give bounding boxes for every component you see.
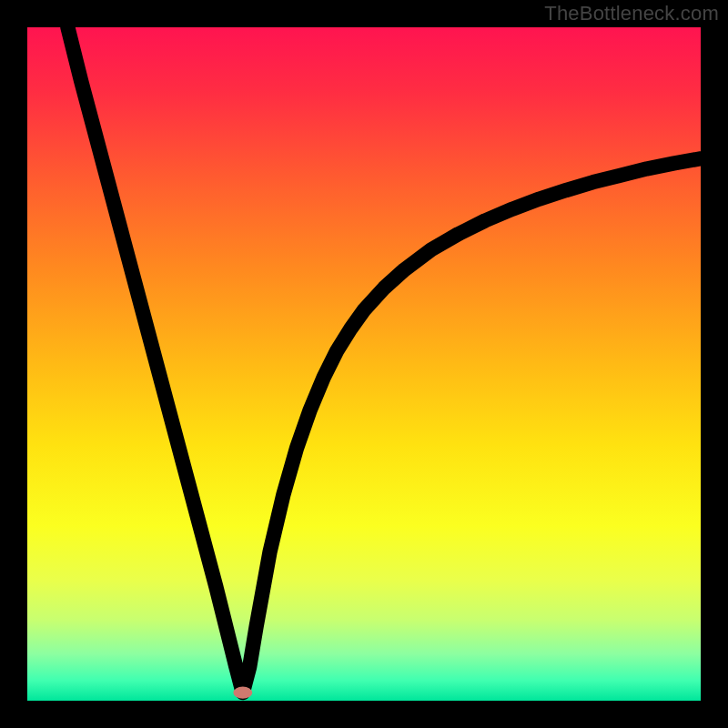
chart-frame: TheBottleneck.com [0, 0, 728, 728]
optimal-point-marker [233, 686, 252, 698]
bottleneck-chart [27, 27, 701, 701]
watermark-text: TheBottleneck.com [544, 2, 719, 25]
gradient-background [27, 27, 701, 701]
